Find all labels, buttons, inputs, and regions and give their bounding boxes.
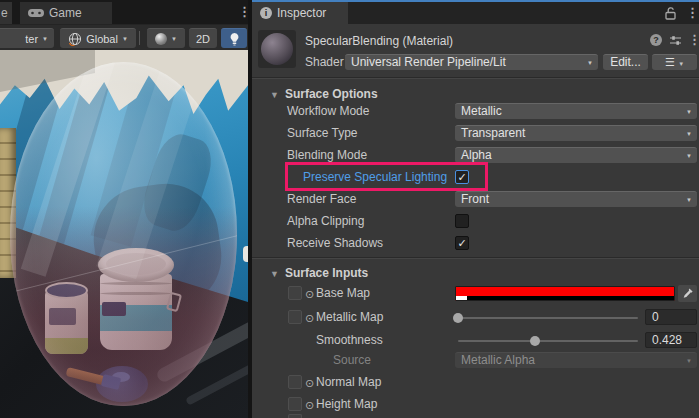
chevron-down-icon: ▼ [587,60,593,66]
material-title: SpecularBlending (Material) [305,33,453,49]
toolbar-separator [139,31,140,45]
chevron-down-icon: ▼ [678,61,684,67]
shader-value: Universal Render Pipeline/Lit [351,55,506,69]
chevron-down-icon: ▼ [686,358,692,364]
object-picker-icon[interactable]: ⊙ [305,311,314,325]
pivot-mode-button[interactable]: ter▼ [0,28,54,48]
scene-viewport[interactable] [0,50,248,418]
tab-game[interactable]: Game [20,2,112,24]
foldout-arrow-icon: ▼ [270,269,279,279]
inspector-tab-bar: i Inspector ⋮ [252,2,699,24]
scene-tab-bar: e Game ⋮ [0,0,248,24]
inspector-menu-icon[interactable]: ⋮ [686,6,699,20]
base-map-label: Base Map [316,285,370,302]
base-map-texture-slot[interactable] [288,286,302,300]
render-face-value: Front [461,192,489,206]
scene-lighting-toggle[interactable] [221,28,247,48]
object-picker-icon[interactable]: ⊙ [305,376,314,390]
blending-mode-value: Alpha [461,148,492,162]
surface-type-label: Surface Type [287,125,358,142]
render-face-label: Render Face [287,191,356,208]
shader-dropdown[interactable]: Universal Render Pipeline/Lit▼ [345,54,598,70]
view-2d-toggle[interactable]: 2D [189,28,217,48]
tab-scene-partial[interactable]: e [0,2,12,24]
source-dropdown: Metallic Alpha▼ [455,352,697,368]
source-label: Source [333,352,371,369]
material-menu-icon[interactable]: ⋮ [688,33,699,47]
chevron-down-icon: ▼ [686,153,692,159]
chevron-down-icon: ▼ [171,36,177,42]
scene-toolbar: ter▼ Global▼ ▼ 2D [0,24,248,50]
metallic-value-field[interactable]: 0 [645,309,697,325]
alpha-strip [456,296,674,300]
base-map-color-field[interactable] [455,286,675,301]
metallic-map-texture-slot[interactable] [288,310,302,324]
shader-edit-button[interactable]: Edit... [603,54,648,70]
material-preview[interactable] [258,30,296,68]
metallic-slider-handle[interactable] [453,313,463,323]
foldout-arrow-icon: ▼ [270,90,279,100]
chevron-down-icon: ▼ [686,131,692,137]
surface-options-header[interactable]: ▼Surface Options [270,86,378,103]
workflow-mode-value: Metallic [461,104,502,118]
shading-mode-button[interactable]: ▼ [147,28,185,48]
alpha-value-bar [456,296,467,300]
eyedropper-button[interactable] [678,285,697,302]
surface-options-title: Surface Options [285,87,378,101]
globe-icon [68,32,82,46]
tab-game-label: Game [49,6,82,20]
receive-shadows-checkbox[interactable]: ✓ [455,236,469,250]
partial-texture-slot[interactable] [288,414,302,418]
render-face-dropdown[interactable]: Front▼ [455,191,697,207]
metallic-slider[interactable] [458,317,638,319]
list-icon: ☰ [665,56,675,68]
help-icon[interactable]: ? [650,34,662,46]
blending-mode-dropdown[interactable]: Alpha▼ [455,147,697,163]
info-icon: i [260,7,272,19]
tab-inspector[interactable]: i Inspector [252,2,348,24]
shader-list-button[interactable]: ☰ ▼ [652,54,697,70]
blending-mode-label: Blending Mode [287,147,367,164]
checkmark-icon: ✓ [457,237,466,249]
pivot-rotation-label: Global [86,33,118,45]
alpha-clipping-label: Alpha Clipping [287,213,364,230]
metallic-map-label: Metallic Map [316,309,383,326]
preserve-specular-label: Preserve Specular Lighting [303,169,447,186]
chevron-down-icon: ▼ [686,109,692,115]
object-picker-icon[interactable]: ⊙ [305,287,314,301]
pivot-rotation-button[interactable]: Global▼ [60,28,136,48]
normal-map-label: Normal Map [316,374,381,391]
workflow-mode-dropdown[interactable]: Metallic▼ [455,103,697,119]
lock-icon[interactable] [664,6,677,20]
height-map-texture-slot[interactable] [288,397,302,411]
height-map-label: Height Map [316,396,377,413]
view-2d-label: 2D [196,33,210,45]
checkmark-icon: ✓ [457,171,466,183]
alpha-clipping-checkbox[interactable]: ✓ [455,214,469,228]
smoothness-value-field[interactable]: 0.428 [645,332,697,348]
surface-inputs-header[interactable]: ▼Surface Inputs [270,265,368,282]
object-picker-icon[interactable]: ⊙ [305,398,314,412]
lightbulb-icon [229,32,240,46]
shader-label: Shader [305,54,344,71]
smoothness-label: Smoothness [316,332,383,349]
smoothness-slider-handle[interactable] [530,336,540,346]
separator [252,77,699,78]
pivot-mode-label: ter [25,33,38,45]
smoothness-slider[interactable] [458,340,638,342]
chevron-down-icon: ▼ [42,36,48,42]
chevron-down-icon: ▼ [122,36,128,42]
scene-transparent-sphere [10,62,237,406]
workflow-mode-label: Workflow Mode [287,103,369,120]
presets-icon[interactable] [669,34,682,47]
separator [252,257,699,258]
chevron-down-icon: ▼ [686,197,692,203]
surface-type-dropdown[interactable]: Transparent▼ [455,125,697,141]
gamepad-icon [28,8,44,18]
normal-map-texture-slot[interactable] [288,375,302,389]
source-value: Metallic Alpha [461,353,535,367]
preserve-specular-checkbox[interactable]: ✓ [455,170,469,184]
scene-panel: e Game ⋮ ter▼ Global▼ ▼ [0,0,248,418]
shaded-sphere-icon [155,33,167,45]
eyedropper-icon [682,287,694,299]
